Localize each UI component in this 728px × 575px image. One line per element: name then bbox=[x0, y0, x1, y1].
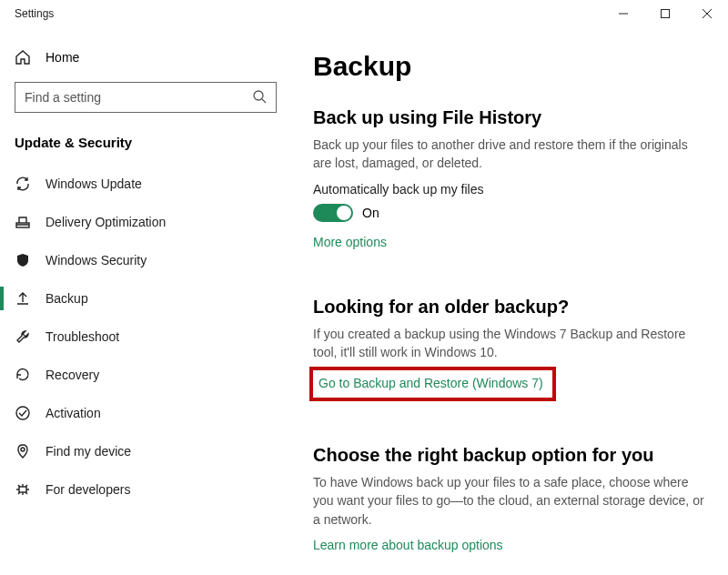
learn-more-link[interactable]: Learn more about backup options bbox=[313, 538, 503, 552]
search-field[interactable] bbox=[15, 82, 277, 113]
file-history-desc: Back up your files to another drive and … bbox=[313, 136, 706, 173]
file-history-section: Back up using File History Back up your … bbox=[313, 107, 706, 275]
home-nav[interactable]: Home bbox=[0, 40, 291, 75]
nav-label: For developers bbox=[46, 482, 130, 497]
sidebar-item-windows-update[interactable]: Windows Update bbox=[0, 165, 291, 203]
recovery-icon bbox=[15, 367, 31, 383]
check-circle-icon bbox=[15, 405, 31, 421]
svg-rect-0 bbox=[662, 10, 670, 18]
close-button[interactable] bbox=[686, 0, 728, 27]
more-options-link[interactable]: More options bbox=[313, 235, 387, 249]
nav-label: Activation bbox=[46, 406, 101, 420]
choose-heading: Choose the right backup option for you bbox=[313, 445, 706, 466]
main-content: Backup Back up using File History Back u… bbox=[291, 29, 728, 575]
older-backup-heading: Looking for an older backup? bbox=[313, 297, 706, 318]
home-label: Home bbox=[46, 50, 79, 65]
nav-label: Backup bbox=[46, 291, 88, 306]
maximize-button[interactable] bbox=[644, 0, 686, 27]
toggle-state-text: On bbox=[362, 206, 379, 220]
location-icon bbox=[15, 443, 31, 459]
shield-icon bbox=[15, 252, 31, 268]
sync-icon bbox=[15, 176, 31, 192]
window-title: Settings bbox=[15, 0, 54, 20]
toggle-knob bbox=[337, 206, 351, 220]
toggle-label: Automatically back up my files bbox=[313, 182, 706, 197]
wrench-icon bbox=[15, 328, 31, 345]
minimize-button[interactable] bbox=[602, 0, 644, 27]
titlebar: Settings bbox=[0, 0, 728, 29]
window-controls bbox=[602, 0, 728, 27]
choose-desc: To have Windows back up your files to a … bbox=[313, 473, 706, 529]
sidebar-item-find-my-device[interactable]: Find my device bbox=[0, 432, 291, 470]
svg-point-4 bbox=[21, 448, 25, 451]
home-icon bbox=[15, 49, 31, 66]
older-backup-desc: If you created a backup using the Window… bbox=[313, 325, 706, 362]
nav-label: Windows Security bbox=[46, 253, 147, 267]
backup-restore-win7-link[interactable]: Go to Backup and Restore (Windows 7) bbox=[318, 376, 543, 390]
nav-label: Troubleshoot bbox=[46, 329, 119, 344]
sidebar-item-delivery-optimization[interactable]: Delivery Optimization bbox=[0, 203, 291, 241]
sidebar-item-recovery[interactable]: Recovery bbox=[0, 356, 291, 394]
sidebar: Home Update & Security Windows Update De… bbox=[0, 29, 291, 575]
page-title: Backup bbox=[313, 51, 706, 82]
sidebar-item-activation[interactable]: Activation bbox=[0, 394, 291, 432]
older-backup-section: Looking for an older backup? If you crea… bbox=[313, 297, 706, 424]
section-heading: Update & Security bbox=[0, 127, 291, 165]
svg-point-1 bbox=[254, 91, 263, 100]
delivery-icon bbox=[15, 214, 31, 230]
backup-icon bbox=[15, 290, 31, 307]
choose-option-section: Choose the right backup option for you T… bbox=[313, 445, 706, 575]
sidebar-item-backup[interactable]: Backup bbox=[0, 279, 291, 318]
auto-backup-toggle[interactable] bbox=[313, 204, 353, 222]
nav-label: Delivery Optimization bbox=[46, 215, 166, 229]
sidebar-item-windows-security[interactable]: Windows Security bbox=[0, 241, 291, 279]
svg-rect-5 bbox=[19, 487, 26, 492]
sidebar-item-for-developers[interactable]: For developers bbox=[0, 470, 291, 509]
developer-icon bbox=[15, 481, 31, 498]
file-history-heading: Back up using File History bbox=[313, 107, 706, 128]
nav-label: Windows Update bbox=[46, 177, 142, 191]
nav-label: Find my device bbox=[46, 444, 131, 459]
nav-label: Recovery bbox=[46, 368, 99, 382]
search-icon bbox=[252, 89, 267, 106]
svg-point-3 bbox=[16, 407, 29, 419]
sidebar-item-troubleshoot[interactable]: Troubleshoot bbox=[0, 318, 291, 356]
search-input[interactable] bbox=[25, 90, 252, 105]
highlight-annotation: Go to Backup and Restore (Windows 7) bbox=[309, 367, 556, 401]
